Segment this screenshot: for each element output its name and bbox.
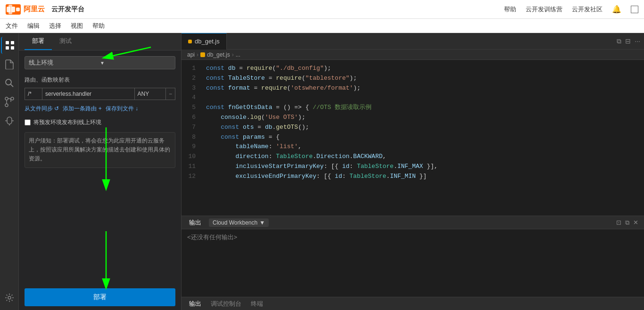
activity-grid-icon[interactable] xyxy=(1,37,18,54)
toggle-layout-icon[interactable]: ⊟ xyxy=(625,37,631,45)
nav-help[interactable]: 帮助 xyxy=(504,5,516,14)
file-icon xyxy=(200,52,205,57)
code-line-9: tableName: 'list', xyxy=(206,142,638,152)
code-line-2: const TableStore = require("tablestore")… xyxy=(206,74,638,84)
notice-text: 用户须知：部署调试，将会在您为此应用开通的云服务上，按照该应用所属解决方案的描述… xyxy=(29,137,170,162)
activity-debug-icon[interactable] xyxy=(1,112,18,129)
code-line-8: const params = { xyxy=(206,133,638,142)
svg-rect-6 xyxy=(6,46,9,50)
left-panel: 部署 测试 线上环境 ▼ 路由、函数映射表 /* serverless.hand… xyxy=(19,33,182,310)
editor-area: db_get.js ⧉ ⊟ ··· api › db_get.js › ... … xyxy=(182,33,644,310)
breadcrumb-sep2: › xyxy=(232,51,234,58)
output-split-icon[interactable]: ⧉ xyxy=(625,219,629,226)
menu-help[interactable]: 帮助 xyxy=(92,22,105,30)
add-route-btn[interactable]: 添加一条路由 + xyxy=(63,105,101,113)
activity-settings-icon[interactable] xyxy=(1,289,18,306)
route-delete-btn[interactable]: − xyxy=(165,88,175,100)
output-content: <还没有任何输出> xyxy=(182,229,644,297)
nav-community[interactable]: 云开发社区 xyxy=(572,5,603,14)
breadcrumb-file[interactable]: db_get.js xyxy=(200,51,230,58)
route-table: /* serverless.handler ANY − xyxy=(25,88,175,100)
code-line-11: inclusiveStartPrimaryKey: [{ id: TableSt… xyxy=(206,162,638,172)
platform-title: 云开发平台 xyxy=(51,5,84,14)
code-line-10: direction: TableStore.Direction.BACKWARD… xyxy=(206,152,638,162)
preview-env-checkbox[interactable] xyxy=(25,119,31,126)
output-tab-output[interactable]: 输出 xyxy=(187,218,203,227)
svg-rect-7 xyxy=(11,46,14,50)
svg-point-12 xyxy=(5,104,8,107)
env-dropdown-icon: ▼ xyxy=(100,60,171,66)
checkbox-row: 将预发环境发布到线上环境 xyxy=(25,118,175,126)
output-header: 输出 Cloud Workbench ▼ ⊡ ⧉ ✕ xyxy=(182,216,644,229)
route-handler[interactable]: serverless.handler xyxy=(42,88,135,100)
tab-filename: db_get.js xyxy=(195,38,220,45)
menu-file[interactable]: 文件 xyxy=(6,22,18,30)
more-actions-icon[interactable]: ··· xyxy=(635,37,640,45)
code-lines[interactable]: const db = require("./db_config"); const… xyxy=(200,60,644,216)
svg-point-10 xyxy=(5,97,8,100)
activity-git-icon[interactable] xyxy=(1,93,18,110)
code-line-5: const fnGetOtsData = () => { //OTS 数据读取示… xyxy=(206,103,638,113)
bottom-tab-terminal[interactable]: 终端 xyxy=(249,300,265,308)
env-label: 线上环境 xyxy=(29,59,100,67)
tab-deploy[interactable]: 部署 xyxy=(25,33,52,50)
deploy-button[interactable]: 部署 xyxy=(25,288,175,306)
route-row: /* serverless.handler ANY − xyxy=(25,88,175,100)
notification-bell-icon[interactable]: 🔔 xyxy=(612,5,621,14)
split-editor-icon[interactable]: ⧉ xyxy=(617,37,621,45)
svg-point-11 xyxy=(11,97,14,100)
code-line-4 xyxy=(206,93,638,103)
output-actions: ⊡ ⧉ ✕ xyxy=(616,219,638,226)
svg-point-8 xyxy=(6,79,11,85)
editor-tab-actions: ⧉ ⊟ ··· xyxy=(617,37,644,45)
save-to-file-btn[interactable]: 保存到文件 ↓ xyxy=(106,105,138,113)
bottom-tab-output[interactable]: 输出 xyxy=(187,300,203,308)
editor-tab-db-get[interactable]: db_get.js xyxy=(182,33,227,50)
code-line-7: const ots = db.getOTS(); xyxy=(206,123,638,133)
code-line-6: console.log('Use OTS'); xyxy=(206,113,638,123)
output-copy-icon[interactable]: ⊡ xyxy=(616,219,621,226)
tab-test[interactable]: 测试 xyxy=(52,33,79,50)
code-line-12: exclusiveEndPrimaryKey: [{ id: TableStor… xyxy=(206,172,638,182)
preview-env-label: 将预发环境发布到线上环境 xyxy=(33,118,101,126)
breadcrumb-api[interactable]: api xyxy=(187,51,195,58)
routes-section-title: 路由、函数映射表 xyxy=(25,76,175,84)
sync-from-file-btn[interactable]: 从文件同步 ↺ xyxy=(25,105,59,113)
code-content: 1234 5678 9101112 const db = require("./… xyxy=(182,60,644,216)
route-method[interactable]: ANY xyxy=(134,88,165,100)
top-nav-links: 帮助 云开发训练营 云开发社区 🔔 xyxy=(504,5,638,14)
tab-color-dot xyxy=(188,40,192,43)
breadcrumb-sep1: › xyxy=(197,51,198,58)
editor-tabs: db_get.js ⧉ ⊟ ··· xyxy=(182,33,644,50)
route-actions: 从文件同步 ↺ 添加一条路由 + 保存到文件 ↓ xyxy=(25,105,175,113)
activity-search-icon[interactable] xyxy=(1,75,18,92)
code-editor[interactable]: 1234 5678 9101112 const db = require("./… xyxy=(182,60,644,216)
left-panel-content: 线上环境 ▼ 路由、函数映射表 /* serverless.handler AN… xyxy=(19,50,181,173)
output-selector[interactable]: Cloud Workbench ▼ xyxy=(209,218,269,227)
main-layout: 部署 测试 线上环境 ▼ 路由、函数映射表 /* serverless.hand… xyxy=(0,33,644,310)
route-path[interactable]: /* xyxy=(25,88,42,100)
svg-rect-5 xyxy=(11,41,14,44)
nav-training[interactable]: 云开发训练营 xyxy=(526,5,562,14)
menu-view[interactable]: 视图 xyxy=(71,22,83,30)
env-selector[interactable]: 线上环境 ▼ xyxy=(25,56,175,69)
output-panel: 输出 Cloud Workbench ▼ ⊡ ⧉ ✕ <还没有任何输出> 输出 … xyxy=(182,216,644,310)
menu-select[interactable]: 选择 xyxy=(49,22,61,30)
notice-box: 用户须知：部署调试，将会在您为此应用开通的云服务上，按照该应用所属解决方案的描述… xyxy=(25,132,175,168)
activity-file-icon[interactable] xyxy=(1,56,18,73)
output-dropdown-icon: ▼ xyxy=(259,219,265,226)
window-control-icon[interactable] xyxy=(631,6,638,13)
top-nav: 阿里云 云开发平台 帮助 云开发训练营 云开发社区 🔔 xyxy=(0,0,644,19)
svg-rect-4 xyxy=(6,41,9,44)
output-selector-label: Cloud Workbench xyxy=(213,219,257,226)
logo[interactable]: 阿里云 云开发平台 xyxy=(6,4,84,15)
menu-edit[interactable]: 编辑 xyxy=(27,22,40,30)
svg-point-16 xyxy=(8,296,11,299)
code-line-1: const db = require("./db_config"); xyxy=(206,64,638,74)
svg-rect-3 xyxy=(16,8,20,11)
activity-bar xyxy=(0,33,19,310)
output-empty-text: <还没有任何输出> xyxy=(187,234,237,241)
output-close-icon[interactable]: ✕ xyxy=(633,219,638,226)
bottom-tab-debug[interactable]: 调试控制台 xyxy=(209,300,243,308)
code-line-3: const format = require('otswhere/format'… xyxy=(206,84,638,93)
